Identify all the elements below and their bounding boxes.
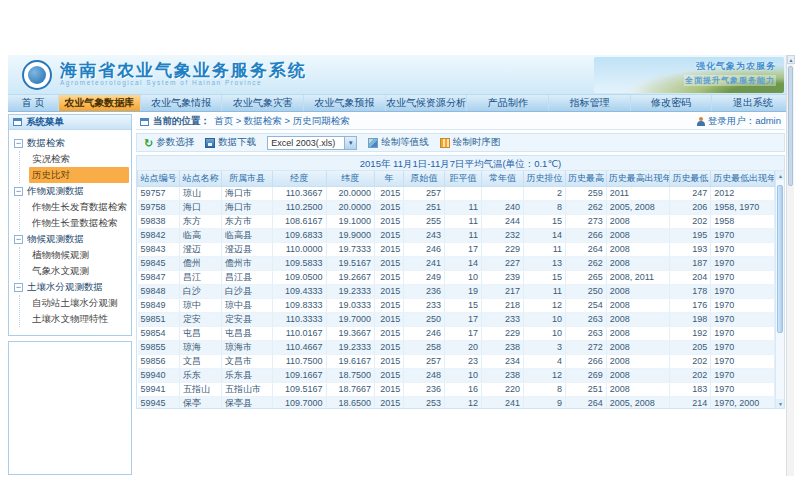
tree-child-item[interactable]: 作物生长发育数据检索 <box>29 199 129 215</box>
scroll-down-icon[interactable]: ▼ <box>776 399 785 408</box>
tree-child-item[interactable]: 实况检索 <box>29 151 129 167</box>
table-cell: 1970 <box>711 382 775 396</box>
table-cell: 2008 <box>606 312 670 326</box>
table-row[interactable]: 59845儋州儋州市109.583319.5167201524114227132… <box>138 256 775 270</box>
table-cell: 儋州 <box>180 256 222 270</box>
table-cell: 110.0000 <box>273 242 327 256</box>
table-header-cell[interactable]: 历史最高 <box>565 171 606 186</box>
table-row[interactable]: 59945保亭保亭县109.700018.6500201525312241926… <box>138 396 775 409</box>
table-cell: 110.3667 <box>273 186 327 200</box>
banner: 海南省农业气象业务服务系统 Agrometeorological System … <box>8 55 794 95</box>
table-row[interactable]: 59842临高临高县109.683319.9000201524311232142… <box>138 228 775 242</box>
table-cell: 五指山市 <box>222 382 273 396</box>
nav-tab[interactable]: 指标管理 <box>549 95 631 111</box>
table-cell: 1970 <box>711 326 775 340</box>
table-row[interactable]: 59838东方东方市108.616719.1000201525511244152… <box>138 214 775 228</box>
table-header-cell[interactable]: 年 <box>374 171 403 186</box>
nav-tab[interactable]: 首 页 <box>8 95 59 111</box>
table-header-cell[interactable]: 距平值 <box>444 171 481 186</box>
table-cell: 250 <box>404 312 445 326</box>
table-cell: 248 <box>404 368 445 382</box>
nav-tab[interactable]: 产品制作 <box>467 95 549 111</box>
param-select-button[interactable]: ↻ 参数选择 <box>144 136 194 149</box>
tree-child-item[interactable]: 自动站土壤水分观测 <box>29 295 129 311</box>
table-cell: 琼海 <box>180 340 222 354</box>
tree-parent-item[interactable]: −土壤水分观测数据 <box>14 279 129 295</box>
tree-collapse-icon[interactable]: − <box>14 283 23 292</box>
table-cell: 109.1667 <box>273 368 327 382</box>
scroll-up-icon[interactable]: ▲ <box>776 171 785 180</box>
table-cell: 17 <box>444 312 481 326</box>
table-cell: 2015 <box>374 284 403 298</box>
table-row[interactable]: 59843澄迈澄迈县110.000019.7333201524617229112… <box>138 242 775 256</box>
tree-collapse-icon[interactable]: − <box>14 187 23 196</box>
table-row[interactable]: 59848白沙白沙县109.433319.2333201523619217112… <box>138 284 775 298</box>
table-cell: 227 <box>481 256 523 270</box>
table-header-cell[interactable]: 站点编号 <box>138 171 180 186</box>
nav-tab[interactable]: 退出系统 <box>712 95 794 111</box>
tree-parent-item[interactable]: −物候观测数据 <box>14 231 129 247</box>
breadcrumb-path[interactable]: 首页 > 数据检索 > 历史同期检索 <box>214 115 350 128</box>
table-header-cell[interactable]: 所属市县 <box>222 171 273 186</box>
data-download-button[interactable]: 数据下载 <box>205 136 256 149</box>
tree-child-item[interactable]: 土壤水文物理特性 <box>29 311 129 327</box>
table-cell: 12 <box>523 298 565 312</box>
tree-child-item[interactable]: 气象水文观测 <box>29 263 129 279</box>
table-row[interactable]: 59856文昌文昌市110.750019.6167201525723234426… <box>138 354 775 368</box>
nav-tab[interactable]: 农业气象情报 <box>141 95 223 111</box>
table-cell: 205 <box>670 340 711 354</box>
page-scroll-up-icon[interactable]: ▲ <box>787 55 795 64</box>
table-cell: 253 <box>404 396 445 409</box>
table-header-cell[interactable]: 历史最高出现年份 <box>606 171 670 186</box>
page-scrollbar-thumb[interactable] <box>788 66 793 186</box>
table-header-cell[interactable]: 纬度 <box>326 171 374 186</box>
tree-child-item-selected[interactable]: 历史比对 <box>29 167 129 183</box>
tree-child-item[interactable]: 作物生长量数据检索 <box>29 215 129 231</box>
nav-tab[interactable]: 农业气候资源分析 <box>386 95 468 111</box>
tree-parent-item[interactable]: −作物观测数据 <box>14 183 129 199</box>
table-cell: 2008 <box>606 354 670 368</box>
table-scrollbar[interactable]: ▲ ▼ <box>775 171 784 408</box>
table-cell: 264 <box>565 242 606 256</box>
table-row[interactable]: 59941五指山五指山市109.516718.76672015236162208… <box>138 382 775 396</box>
nav-tab[interactable]: 农业气象灾害 <box>222 95 304 111</box>
table-cell: 108.6167 <box>273 214 327 228</box>
tree-parent-item[interactable]: −数据检索 <box>14 135 129 151</box>
table-row[interactable]: 59847昌江昌江县109.050019.2667201524910239152… <box>138 270 775 284</box>
table-header-cell[interactable]: 历史最低出现年份 <box>711 171 775 186</box>
page-scrollbar[interactable]: ▲ <box>786 55 794 476</box>
table-scrollbar-thumb[interactable] <box>777 185 783 333</box>
tree-collapse-icon[interactable]: − <box>14 139 23 148</box>
table-cell: 11 <box>444 228 481 242</box>
table-row[interactable]: 59940乐东乐东县109.166718.7500201524810238122… <box>138 368 775 382</box>
table-cell: 109.7000 <box>273 396 327 409</box>
table-header-cell[interactable]: 原始值 <box>404 171 445 186</box>
table-row[interactable]: 59854屯昌屯昌县110.016719.3667201524617229102… <box>138 326 775 340</box>
table-cell: 59855 <box>138 340 180 354</box>
nav-tab[interactable]: 修改密码 <box>631 95 713 111</box>
table-header-cell[interactable]: 经度 <box>273 171 327 186</box>
chevron-down-icon[interactable]: ▼ <box>344 137 356 149</box>
nav-tab[interactable]: 农业气象预报 <box>304 95 386 111</box>
table-cell: 2015 <box>374 298 403 312</box>
table-header-cell[interactable]: 历史排位 <box>523 171 565 186</box>
draw-timeseries-button[interactable]: 绘制时序图 <box>440 136 501 149</box>
table-row[interactable]: 59851定安定安县110.333319.7000201525017233102… <box>138 312 775 326</box>
table-row[interactable]: 59758海口海口市110.250020.0000201525111240826… <box>138 200 775 214</box>
table-row[interactable]: 59855琼海琼海市110.466719.2333201525820238327… <box>138 340 775 354</box>
table-cell: 14 <box>523 228 565 242</box>
tree-child-item[interactable]: 植物物候观测 <box>29 247 129 263</box>
table-cell: 258 <box>404 340 445 354</box>
table-header-cell[interactable]: 常年值 <box>481 171 523 186</box>
table-header-cell[interactable]: 历史最低 <box>670 171 711 186</box>
table-row[interactable]: 59757琼山海口市110.366720.0000201525722592011… <box>138 186 775 200</box>
tree-collapse-icon[interactable]: − <box>14 235 23 244</box>
tree-group: −作物观测数据作物生长发育数据检索作物生长量数据检索 <box>14 183 129 231</box>
nav-tab[interactable]: 农业气象数据库 <box>59 95 141 111</box>
table-row[interactable]: 59849琼中琼中县109.833319.0333201523315218122… <box>138 298 775 312</box>
table-header-cell[interactable]: 站点名称 <box>180 171 222 186</box>
table-cell: 2015 <box>374 368 403 382</box>
draw-isoline-button[interactable]: 绘制等值线 <box>368 136 429 149</box>
export-format-select[interactable]: Excel 2003(.xls) ▼ <box>267 136 357 150</box>
table-cell: 1970 <box>711 298 775 312</box>
